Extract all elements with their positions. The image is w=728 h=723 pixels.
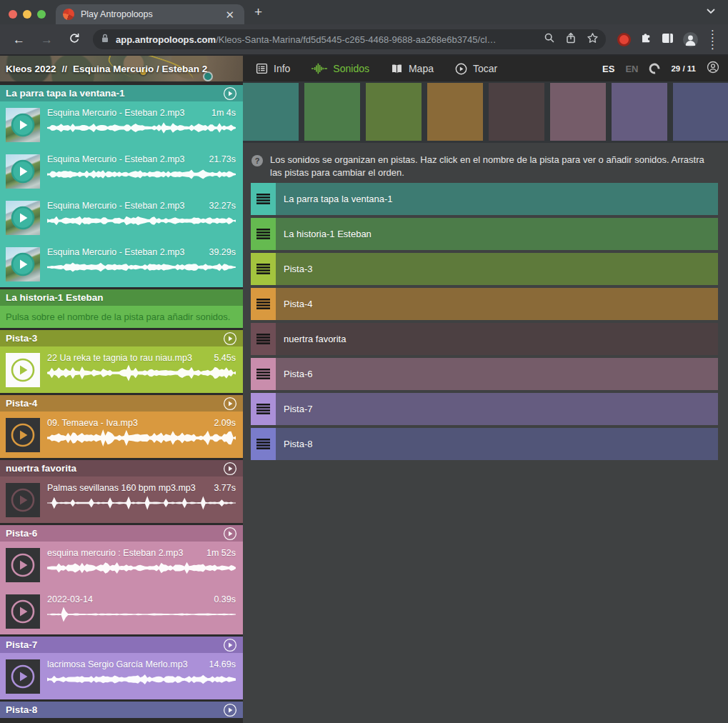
zoom-page-icon[interactable]: [544, 32, 555, 46]
clip-thumbnail[interactable]: [6, 154, 40, 189]
play-clip-icon[interactable]: [11, 358, 35, 382]
track-row[interactable]: Pista-8: [251, 428, 718, 460]
track-header[interactable]: nuertra favorita: [0, 460, 243, 477]
track-header[interactable]: Pista-4: [0, 395, 243, 412]
track-row[interactable]: nuertra favorita: [251, 323, 718, 355]
track-color-swatch: [304, 83, 360, 141]
play-clip-icon[interactable]: [11, 599, 35, 624]
audio-clip[interactable]: Esquina Mercurio - Esteban 2.mp3 1m 4s: [0, 101, 243, 148]
clip-thumbnail[interactable]: [6, 108, 40, 142]
zoom-window-button[interactable]: [37, 10, 46, 19]
audio-clip[interactable]: Esquina Mercurio - Esteban 2.mp3 39.29s: [0, 241, 243, 287]
drag-handle-icon[interactable]: [251, 428, 276, 460]
drag-handle-icon[interactable]: [251, 288, 276, 320]
tab-close-icon[interactable]: ✕: [222, 8, 237, 21]
clip-thumbnail[interactable]: [6, 247, 40, 281]
traffic-lights: [0, 10, 56, 24]
close-window-button[interactable]: [9, 10, 17, 19]
track-header[interactable]: Pista-7: [0, 637, 243, 653]
drag-handle-icon[interactable]: [251, 323, 276, 355]
account-icon[interactable]: [707, 61, 719, 76]
clip-duration: 21.73s: [209, 154, 236, 164]
audio-clip[interactable]: 22 Ua reka te tagnia to rau niau.mp3 5.4…: [0, 346, 243, 393]
drag-handle-icon[interactable]: [251, 218, 276, 250]
play-clip-icon[interactable]: [11, 113, 35, 137]
language-en-button[interactable]: EN: [625, 64, 638, 74]
drag-handle-icon[interactable]: [251, 393, 276, 425]
clip-duration: 32.27s: [209, 201, 236, 211]
waveform-icon: [311, 63, 327, 74]
play-clip-icon[interactable]: [11, 423, 35, 447]
new-tab-button[interactable]: +: [244, 4, 262, 24]
play-track-icon[interactable]: [223, 86, 237, 101]
forward-button[interactable]: →: [35, 34, 59, 46]
track-row[interactable]: Pista-6: [251, 358, 718, 390]
drag-handle-icon[interactable]: [251, 358, 276, 390]
address-bar[interactable]: app.antropoloops.com/Kleos-Santa-Marina/…: [93, 29, 606, 49]
clip-info: 09. Temaeva - Iva.mp3 2.09s: [47, 418, 236, 458]
play-clip-icon[interactable]: [11, 664, 35, 689]
track-header[interactable]: Pista-6: [0, 525, 243, 542]
play-track-icon[interactable]: [223, 703, 237, 717]
play-clip-icon[interactable]: [11, 553, 35, 577]
audio-clip[interactable]: Esquina Mercurio - Esteban 2.mp3 32.27s: [0, 194, 243, 241]
tab-search-chevron-icon[interactable]: [707, 4, 728, 24]
audio-clip[interactable]: Palmas sevillanas 160 bpm mp3.mp3 3.77s: [0, 477, 243, 523]
drag-handle-icon[interactable]: [251, 253, 276, 285]
audio-clip[interactable]: esquina mercurio : Esteban 2.mp3 1m 52s: [0, 542, 243, 588]
clip-thumbnail[interactable]: [6, 418, 40, 452]
play-track-icon[interactable]: [223, 331, 237, 346]
track-row[interactable]: Pista-4: [251, 288, 718, 320]
track-row-label: Pista-3: [276, 253, 718, 285]
clip-thumbnail[interactable]: [6, 483, 40, 517]
browser-tab[interactable]: Play Antropoloops ✕: [56, 4, 244, 24]
clip-thumbnail[interactable]: [6, 201, 40, 235]
clip-info: 22 Ua reka te tagnia to rau niau.mp3 5.4…: [47, 353, 236, 393]
clip-thumbnail[interactable]: [6, 594, 40, 629]
profile-avatar[interactable]: [683, 32, 698, 47]
language-es-button[interactable]: ES: [602, 64, 614, 74]
recording-indicator-icon[interactable]: [617, 33, 631, 46]
track-header[interactable]: La parra tapa la ventana-1: [0, 85, 243, 101]
play-track-icon[interactable]: [223, 638, 237, 652]
clip-thumbnail[interactable]: [6, 353, 40, 387]
play-track-icon[interactable]: [223, 527, 237, 541]
play-clip-icon[interactable]: [11, 159, 35, 184]
share-icon[interactable]: [565, 32, 577, 47]
clip-waveform: [47, 211, 236, 230]
minimize-window-button[interactable]: [23, 10, 31, 19]
track-header[interactable]: La historia-1 Esteban: [0, 289, 243, 306]
play-track-icon[interactable]: [223, 397, 237, 411]
track-row[interactable]: La historia-1 Esteban: [251, 218, 718, 250]
play-track-icon[interactable]: [223, 462, 237, 476]
nav-item-tocar[interactable]: Tocar: [455, 63, 497, 75]
audio-clip[interactable]: 09. Temaeva - Iva.mp3 2.09s: [0, 412, 243, 458]
side-panel-icon[interactable]: [662, 33, 674, 46]
track-header[interactable]: Pista-3: [0, 330, 243, 346]
bookmark-star-icon[interactable]: [587, 32, 599, 47]
play-clip-icon[interactable]: [11, 488, 35, 512]
audio-clip[interactable]: 2022-03-14 0.39s: [0, 588, 243, 634]
track-row[interactable]: Pista-3: [251, 253, 718, 285]
project-title[interactable]: Kleos 2022: [6, 64, 56, 74]
clip-thumbnail[interactable]: [6, 548, 40, 582]
audio-clip[interactable]: lacrimosa Sergio García Merlo.mp3 14.69s: [0, 653, 243, 699]
track-header[interactable]: Pista-8: [0, 702, 243, 718]
scene-title: Esquina Mercurio / Esteban 2: [73, 64, 207, 74]
nav-item-sonidos[interactable]: Sonidos: [311, 63, 369, 74]
nav-item-mapa[interactable]: Mapa: [391, 63, 434, 74]
track-row[interactable]: La parra tapa la ventana-1: [251, 183, 718, 215]
back-button[interactable]: ←: [7, 34, 31, 46]
audio-clip[interactable]: Esquina Mercurio - Esteban 2.mp3 21.73s: [0, 148, 243, 194]
browser-toolbar: ← → app.antropoloops.com/Kleos-Santa-Mar…: [0, 24, 728, 56]
track-row-label: Pista-7: [276, 393, 718, 425]
clip-thumbnail[interactable]: [6, 659, 40, 694]
browser-menu-icon[interactable]: ⋮⋮: [707, 29, 718, 50]
drag-handle-icon[interactable]: [251, 183, 276, 215]
track-row[interactable]: Pista-7: [251, 393, 718, 425]
nav-item-info[interactable]: Info: [256, 63, 290, 74]
extensions-puzzle-icon[interactable]: [640, 32, 652, 47]
play-clip-icon[interactable]: [11, 206, 35, 230]
play-clip-icon[interactable]: [11, 252, 35, 276]
reload-button[interactable]: [63, 33, 86, 46]
